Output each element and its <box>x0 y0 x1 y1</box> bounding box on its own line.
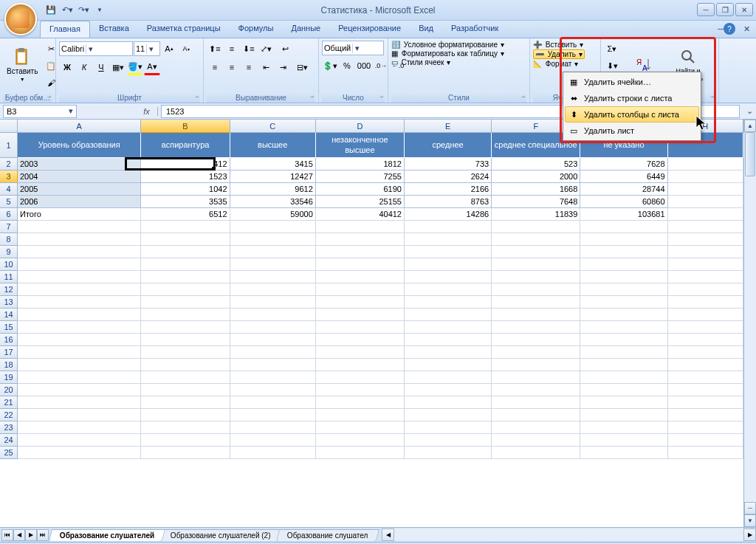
cell-styles-button[interactable]: ▭ Стили ячеек ▾ <box>391 58 450 66</box>
empty-cell[interactable] <box>405 246 492 258</box>
tab-insert[interactable]: Вставка <box>90 21 138 38</box>
empty-cell[interactable] <box>492 447 580 459</box>
empty-cell[interactable] <box>668 309 743 321</box>
data-cell[interactable]: 6449 <box>580 171 667 183</box>
formula-bar-expand-icon[interactable]: ⌄ <box>743 106 756 116</box>
empty-cell[interactable] <box>141 421 230 434</box>
empty-cell[interactable] <box>405 421 492 434</box>
empty-cell[interactable] <box>668 271 743 283</box>
empty-cell[interactable] <box>580 371 667 384</box>
tab-home[interactable]: Главная <box>40 21 90 38</box>
empty-cell[interactable] <box>668 409 743 421</box>
select-all-corner[interactable] <box>0 120 18 133</box>
row-header-8[interactable]: 8 <box>0 233 18 246</box>
align-right-icon[interactable]: ≡ <box>241 59 257 75</box>
data-cell[interactable]: 6190 <box>316 183 405 196</box>
grow-font-icon[interactable]: A▴ <box>161 41 177 57</box>
row-header-6[interactable]: 6 <box>0 208 18 221</box>
empty-cell[interactable] <box>316 447 405 459</box>
wrap-text-icon[interactable]: ↩ <box>275 41 295 57</box>
empty-cell[interactable] <box>316 271 405 283</box>
empty-cell[interactable] <box>141 258 230 271</box>
empty-cell[interactable] <box>230 421 316 434</box>
help-icon[interactable]: ? <box>724 23 735 35</box>
empty-cell[interactable] <box>18 434 141 447</box>
row-header-19[interactable]: 19 <box>0 371 18 384</box>
empty-cell[interactable] <box>141 271 230 283</box>
empty-cell[interactable] <box>230 258 316 271</box>
sheet-tab-0[interactable]: Образование слушателей <box>49 529 166 541</box>
data-cell[interactable]: 3535 <box>141 196 230 208</box>
header-cell[interactable]: Уровень образования <box>18 133 141 158</box>
empty-cell[interactable] <box>405 447 492 459</box>
column-header-B[interactable]: B <box>141 120 230 133</box>
empty-cell[interactable] <box>405 409 492 421</box>
minimize-button[interactable]: ─ <box>697 3 715 16</box>
empty-cell[interactable] <box>141 283 230 296</box>
empty-cell[interactable] <box>668 258 743 271</box>
empty-cell[interactable] <box>141 221 230 233</box>
empty-cell[interactable] <box>230 283 316 296</box>
name-box[interactable]: B3 ▾ <box>3 105 77 118</box>
data-cell[interactable]: 9612 <box>230 183 316 196</box>
insert-cells-button[interactable]: ➕ Вставить ▾ <box>533 41 583 49</box>
empty-cell[interactable] <box>405 434 492 447</box>
data-cell[interactable]: 6512 <box>141 208 230 221</box>
empty-cell[interactable] <box>141 346 230 359</box>
empty-cell[interactable] <box>18 409 141 421</box>
column-header-E[interactable]: E <box>405 120 492 133</box>
percent-icon[interactable]: % <box>339 58 355 74</box>
empty-cell[interactable] <box>492 434 580 447</box>
data-cell[interactable]: 2006 <box>18 196 141 208</box>
empty-cell[interactable] <box>580 434 667 447</box>
empty-cell[interactable] <box>405 309 492 321</box>
hscroll-right-icon[interactable]: ▶ <box>743 528 756 541</box>
empty-cell[interactable] <box>492 421 580 434</box>
empty-cell[interactable] <box>580 396 667 409</box>
empty-cell[interactable] <box>18 447 141 459</box>
sheet-nav-last-icon[interactable]: ⏭ <box>37 529 49 541</box>
row-header-13[interactable]: 13 <box>0 296 18 309</box>
empty-cell[interactable] <box>405 396 492 409</box>
autosum-icon[interactable]: Σ▾ <box>604 41 620 57</box>
empty-cell[interactable] <box>668 296 743 309</box>
empty-cell[interactable] <box>230 334 316 346</box>
empty-cell[interactable] <box>230 346 316 359</box>
empty-cell[interactable] <box>230 396 316 409</box>
data-cell[interactable] <box>668 196 743 208</box>
empty-cell[interactable] <box>316 334 405 346</box>
empty-cell[interactable] <box>668 334 743 346</box>
tab-data[interactable]: Данные <box>282 21 329 38</box>
empty-cell[interactable] <box>230 246 316 258</box>
row-header-5[interactable]: 5 <box>0 196 18 208</box>
row-header-1[interactable]: 1 <box>0 133 18 158</box>
merge-center-icon[interactable]: ⊟▾ <box>292 59 312 75</box>
column-header-D[interactable]: D <box>316 120 405 133</box>
border-button[interactable]: ▦▾ <box>110 59 126 75</box>
empty-cell[interactable] <box>668 396 743 409</box>
align-middle-icon[interactable]: ≡ <box>224 41 240 57</box>
sheet-tab-1[interactable]: Образование слушателей (2) <box>159 529 282 541</box>
empty-cell[interactable] <box>18 246 141 258</box>
empty-cell[interactable] <box>405 346 492 359</box>
data-cell[interactable]: 2004 <box>18 171 141 183</box>
close-button[interactable]: ✕ <box>735 3 753 16</box>
row-header-22[interactable]: 22 <box>0 409 18 421</box>
empty-cell[interactable] <box>141 309 230 321</box>
empty-cell[interactable] <box>580 309 667 321</box>
row-header-2[interactable]: 2 <box>0 158 18 171</box>
data-cell[interactable]: 7255 <box>316 171 405 183</box>
data-cell[interactable]: 11839 <box>492 208 580 221</box>
italic-button[interactable]: К <box>76 59 92 75</box>
data-cell[interactable]: 25155 <box>316 196 405 208</box>
empty-cell[interactable] <box>316 346 405 359</box>
empty-cell[interactable] <box>580 271 667 283</box>
qat-redo-icon[interactable]: ↷▾ <box>77 4 90 17</box>
empty-cell[interactable] <box>230 447 316 459</box>
data-cell[interactable]: 523 <box>492 158 580 171</box>
row-header-14[interactable]: 14 <box>0 309 18 321</box>
empty-cell[interactable] <box>580 246 667 258</box>
font-size-combo[interactable]: 11▾ <box>134 41 160 56</box>
empty-cell[interactable] <box>405 258 492 271</box>
data-cell[interactable]: 1668 <box>492 183 580 196</box>
